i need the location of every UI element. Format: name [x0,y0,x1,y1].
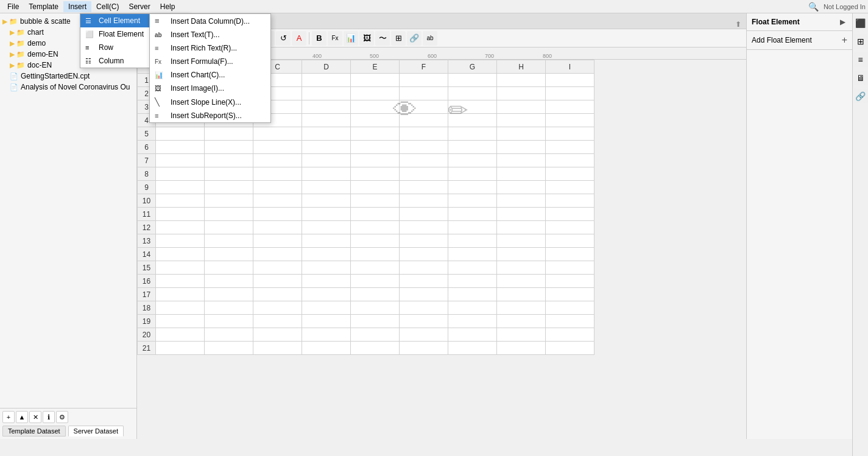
cell-D5[interactable] [302,127,351,141]
cell-H10[interactable] [497,194,546,208]
cell-F9[interactable] [400,181,448,194]
cell-F11[interactable] [400,208,448,221]
cell-G11[interactable] [448,208,497,221]
cell-A11[interactable] [156,208,205,221]
cell-F13[interactable] [400,234,448,248]
cell-H2[interactable] [497,87,546,100]
table-button[interactable]: ⊞ [391,31,406,46]
submenu-insert-slope-line[interactable]: ╲ Insert Slope Line(X)... [150,95,270,109]
tree-item-getting-started[interactable]: 📄 GettingStartedEN.cpt [0,71,136,82]
cell-B12[interactable] [205,221,253,234]
cell-C12[interactable] [253,221,302,234]
submenu-insert-formula[interactable]: Fx Insert Formula(F)... [150,55,270,68]
cell-F12[interactable] [400,221,448,234]
cell-B13[interactable] [205,234,253,248]
search-icon[interactable]: 🔍 [808,2,819,12]
cell-E8[interactable] [351,167,400,181]
submenu-insert-image[interactable]: 🖼 Insert Image(I)... [150,82,270,95]
cell-F15[interactable] [400,261,448,275]
cell-D13[interactable] [302,234,351,248]
cell-H4[interactable] [497,114,546,127]
cell-E6[interactable] [351,141,400,154]
cell-E4[interactable] [351,114,400,127]
cell-D12[interactable] [302,221,351,234]
cell-H13[interactable] [497,234,546,248]
cell-H20[interactable] [497,328,546,342]
cell-A5[interactable] [156,127,205,141]
text-button[interactable]: ab [423,31,437,46]
cell-A21[interactable] [156,342,205,355]
cell-G21[interactable] [448,342,497,355]
cell-I7[interactable] [546,154,595,167]
row-header-19[interactable]: 19 [138,315,156,328]
cell-D6[interactable] [302,141,351,154]
submenu-insert-chart[interactable]: 📊 Insert Chart(C)... [150,68,270,82]
cell-C16[interactable] [253,275,302,288]
formula-button[interactable]: Fx [328,31,342,46]
cell-I16[interactable] [546,275,595,288]
cell-H1[interactable] [497,74,546,87]
sidebar-info-btn[interactable]: ℹ [43,411,55,423]
menu-file[interactable]: File [2,1,24,12]
cell-G3[interactable] [448,100,497,114]
font-color-button[interactable]: A [292,31,306,46]
cell-I17[interactable] [546,288,595,301]
cell-F8[interactable] [400,167,448,181]
cell-A6[interactable] [156,141,205,154]
add-float-element-row[interactable]: Add Float Element + [747,31,852,50]
cell-D15[interactable] [302,261,351,275]
cell-D9[interactable] [302,181,351,194]
cell-E3[interactable] [351,100,400,114]
row-header-14[interactable]: 14 [138,248,156,261]
right-panel-icon1[interactable]: ⬛ [853,16,868,30]
cell-C13[interactable] [253,234,302,248]
cell-B16[interactable] [205,275,253,288]
cell-D20[interactable] [302,328,351,342]
cell-I9[interactable] [546,181,595,194]
cell-I12[interactable] [546,221,595,234]
row-header-12[interactable]: 12 [138,221,156,234]
cell-B9[interactable] [205,181,253,194]
tab-server-dataset[interactable]: Server Dataset [68,426,124,437]
cell-E9[interactable] [351,181,400,194]
submenu-insert-data-column[interactable]: ≡ Insert Data Column(D)... [150,14,270,28]
cell-I6[interactable] [546,141,595,154]
cell-I20[interactable] [546,328,595,342]
cell-A16[interactable] [156,275,205,288]
cell-G19[interactable] [448,315,497,328]
cell-E10[interactable] [351,194,400,208]
cell-I19[interactable] [546,315,595,328]
row-header-11[interactable]: 11 [138,208,156,221]
cell-A17[interactable] [156,288,205,301]
cell-B18[interactable] [205,301,253,315]
cell-I2[interactable] [546,87,595,100]
cell-A7[interactable] [156,154,205,167]
cell-G1[interactable] [448,74,497,87]
cell-I21[interactable] [546,342,595,355]
cell-F2[interactable] [400,87,448,100]
cell-G10[interactable] [448,194,497,208]
cell-E15[interactable] [351,261,400,275]
cell-C10[interactable] [253,194,302,208]
cell-G12[interactable] [448,221,497,234]
row-header-21[interactable]: 21 [138,342,156,355]
cell-A19[interactable] [156,315,205,328]
cell-F3[interactable] [400,100,448,114]
tab-template-dataset[interactable]: Template Dataset [2,426,66,437]
cell-A20[interactable] [156,328,205,342]
cell-A12[interactable] [156,221,205,234]
cell-F19[interactable] [400,315,448,328]
cell-C5[interactable] [253,127,302,141]
cell-H12[interactable] [497,221,546,234]
cell-G13[interactable] [448,234,497,248]
cell-G9[interactable] [448,181,497,194]
cell-I5[interactable] [546,127,595,141]
cell-C8[interactable] [253,167,302,181]
cell-C19[interactable] [253,315,302,328]
cell-F20[interactable] [400,328,448,342]
row-header-8[interactable]: 8 [138,167,156,181]
row-header-16[interactable]: 16 [138,275,156,288]
cell-C18[interactable] [253,301,302,315]
cell-H15[interactable] [497,261,546,275]
cell-C15[interactable] [253,261,302,275]
